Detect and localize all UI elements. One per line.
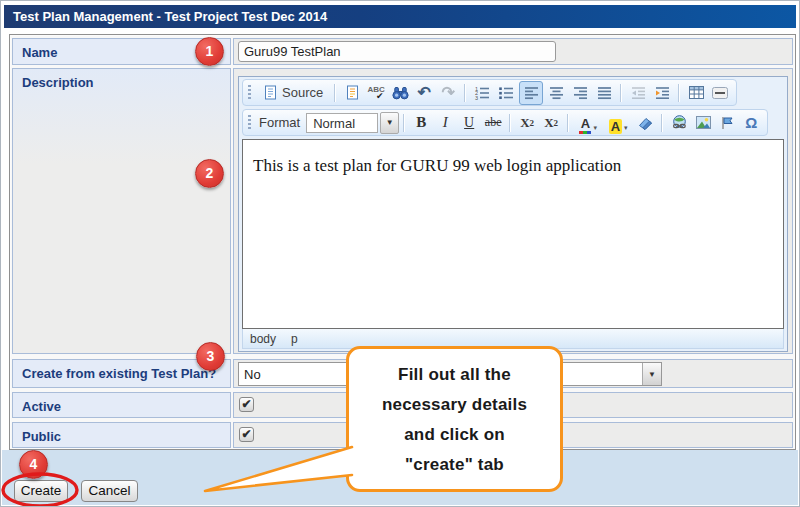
source-page-icon [264, 85, 277, 100]
path-body[interactable]: body [250, 332, 276, 346]
templates-button[interactable] [341, 82, 363, 104]
window-title: Test Plan Management - Test Project Test… [4, 5, 796, 28]
step-2-badge: 2 [195, 159, 224, 188]
toolbar-separator [678, 84, 680, 102]
horizontal-rule-button[interactable] [709, 82, 731, 104]
public-label: Public [12, 422, 231, 448]
source-button[interactable]: Source [258, 82, 329, 104]
bold-button[interactable]: B [410, 112, 432, 134]
find-button[interactable] [389, 82, 411, 104]
callout-line: "create" tab [349, 450, 560, 480]
special-character-button[interactable]: Ω [740, 112, 762, 134]
outdent-icon [631, 86, 646, 100]
insert-table-button[interactable] [685, 82, 707, 104]
editor-text: This is a test plan for GURU 99 web logi… [253, 156, 621, 175]
create-button[interactable]: Create [14, 480, 68, 502]
globe-link-icon [671, 115, 688, 130]
test-plan-management-window: Test Plan Management - Test Project Test… [0, 0, 800, 507]
subscript-2: 2 [530, 118, 535, 128]
subscript-x: X [520, 115, 529, 131]
toolbar-separator [661, 114, 663, 132]
eraser-icon [638, 116, 653, 130]
redo-icon: ↷ [442, 83, 455, 102]
text-color-button[interactable]: A ▾ [574, 112, 602, 134]
flag-button[interactable] [716, 112, 738, 134]
background-color-button[interactable]: A ▾ [604, 112, 632, 134]
format-dropdown-arrow[interactable]: ▼ [380, 112, 399, 134]
insert-link-button[interactable] [668, 112, 690, 134]
remove-format-button[interactable] [634, 112, 656, 134]
toolbar-separator [403, 114, 405, 132]
name-input[interactable] [238, 41, 556, 62]
text-color-icon: A [579, 118, 591, 134]
indent-icon [655, 86, 670, 100]
callout-bubble: Fill out all the necessary details and c… [346, 346, 563, 492]
insert-image-button[interactable] [692, 112, 714, 134]
align-right-icon [573, 86, 588, 100]
toolbar-grip-icon [248, 115, 251, 131]
templates-icon [346, 85, 359, 100]
editor-content-area[interactable]: This is a test plan for GURU 99 web logi… [242, 139, 784, 329]
step-3-badge: 3 [196, 342, 225, 371]
callout-line: and click on [349, 420, 560, 450]
justify-button[interactable] [593, 82, 615, 104]
horizontal-rule-icon [712, 87, 728, 99]
align-left-button[interactable] [519, 81, 543, 105]
toolbar-separator [509, 114, 511, 132]
align-center-button[interactable] [545, 82, 567, 104]
superscript-button[interactable]: X2 [540, 112, 562, 134]
description-cell: Source ABC ✔ [233, 68, 793, 354]
justify-icon [597, 86, 612, 100]
cancel-button[interactable]: Cancel [81, 480, 138, 502]
public-checkbox[interactable]: ✔ [239, 427, 254, 442]
subscript-button[interactable]: X2 [516, 112, 538, 134]
background-color-icon: A [609, 119, 622, 134]
select-arrow-icon: ▼ [642, 363, 661, 385]
toolbar-grip-icon [248, 85, 251, 101]
align-left-icon [524, 86, 539, 100]
format-label: Format [259, 115, 300, 130]
italic-button[interactable]: I [434, 112, 456, 134]
binoculars-icon [392, 86, 409, 100]
bullet-list-icon [498, 86, 514, 100]
rich-text-editor: Source ABC ✔ [238, 76, 788, 352]
table-icon [689, 86, 704, 99]
numbered-list-button[interactable]: 123 [471, 82, 493, 104]
toolbar-separator [334, 84, 336, 102]
flag-icon [720, 116, 734, 130]
step-4-badge: 4 [19, 450, 48, 479]
format-dropdown[interactable]: Normal [306, 113, 378, 133]
source-button-label: Source [282, 85, 323, 100]
numbered-list-icon: 123 [474, 86, 490, 100]
superscript-2: 2 [554, 118, 559, 128]
bullet-list-button[interactable] [495, 82, 517, 104]
step-1-badge: 1 [195, 37, 224, 66]
toolbar-separator [567, 114, 569, 132]
outdent-button[interactable] [627, 82, 649, 104]
svg-text:3: 3 [475, 94, 478, 100]
strikethrough-button[interactable]: abe [482, 112, 504, 134]
redo-button[interactable]: ↷ [437, 82, 459, 104]
superscript-x: X [544, 115, 553, 131]
name-cell [233, 38, 793, 65]
undo-icon: ↶ [418, 83, 431, 102]
description-label: Description [12, 68, 231, 354]
editor-toolbar-row2: Format Normal ▼ B I U abe X2 X2 [242, 109, 768, 136]
image-icon [696, 116, 711, 129]
path-p[interactable]: p [291, 332, 298, 346]
active-checkbox[interactable]: ✔ [239, 397, 254, 412]
align-right-button[interactable] [569, 82, 591, 104]
undo-button[interactable]: ↶ [413, 82, 435, 104]
callout-line: Fill out all the [349, 360, 560, 390]
underline-button[interactable]: U [458, 112, 480, 134]
editor-toolbar-row1: Source ABC ✔ [242, 79, 737, 106]
align-center-icon [549, 86, 564, 100]
text-color-arrow-icon: ▾ [593, 124, 597, 132]
toolbar-separator [620, 84, 622, 102]
spellcheck-button[interactable]: ABC ✔ [365, 82, 387, 104]
indent-button[interactable] [651, 82, 673, 104]
background-color-arrow-icon: ▾ [624, 124, 628, 132]
callout-line: necessary details [349, 390, 560, 420]
active-label: Active [12, 392, 231, 418]
spellcheck-icon: ABC ✔ [368, 86, 385, 100]
